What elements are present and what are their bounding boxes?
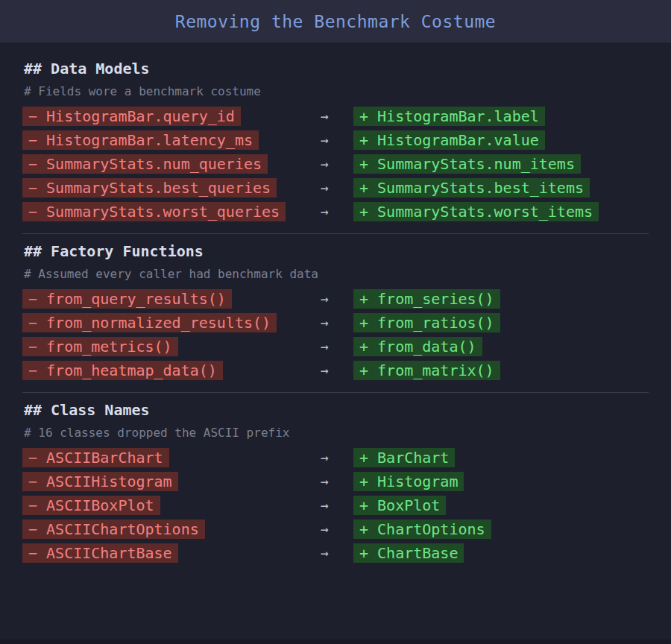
removed-chip: −from_query_results() (22, 289, 232, 309)
removed-chip: −SummaryStats.worst_queries (22, 202, 286, 221)
removed-chip: −from_metrics() (22, 337, 178, 356)
plus-icon: + (359, 520, 368, 538)
plus-icon: + (359, 155, 368, 173)
minus-icon: − (28, 338, 37, 356)
added-chip: +HistogramBar.label (353, 107, 545, 126)
added-chip: +from_matrix() (353, 361, 500, 380)
plus-icon: + (359, 179, 368, 197)
minus-icon: − (28, 449, 37, 467)
old-name: HistogramBar.latency_ms (46, 131, 253, 149)
added-chip: +from_ratios() (353, 313, 500, 332)
rename-row: −ASCIIBoxPlot → +BoxPlot (22, 496, 671, 515)
section-heading: ## Data Models (24, 60, 649, 78)
plus-icon: + (359, 338, 368, 356)
plus-icon: + (359, 131, 368, 149)
new-name: ChartOptions (377, 520, 485, 538)
minus-icon: − (28, 155, 37, 173)
removed-chip: −ASCIIBarChart (22, 448, 169, 467)
arrow-icon: → (321, 520, 329, 539)
arrow-icon: → (321, 448, 329, 467)
old-name: from_heatmap_data() (46, 362, 217, 379)
arrow-icon: → (321, 543, 329, 563)
new-name: from_matrix() (377, 362, 494, 379)
old-name: ASCIIChartBase (46, 544, 172, 562)
rename-row: −ASCIIBarChart → +BarChart (22, 448, 671, 467)
plus-icon: + (359, 314, 368, 332)
new-name: from_data() (377, 338, 476, 356)
plus-icon: + (359, 449, 368, 467)
arrow-icon: → (321, 313, 329, 332)
minus-icon: − (28, 131, 37, 149)
added-chip: +ChartBase (353, 543, 464, 563)
new-name: SummaryStats.worst_items (377, 203, 593, 221)
rename-row: −ASCIIChartBase → +ChartBase (22, 543, 671, 563)
section-heading: ## Class Names (24, 401, 649, 419)
rename-row: −from_metrics() → +from_data() (22, 337, 671, 356)
plus-icon: + (359, 496, 368, 514)
plus-icon: + (359, 544, 368, 562)
added-chip: +HistogramBar.value (353, 130, 545, 150)
rename-row: −SummaryStats.worst_queries → +SummarySt… (22, 202, 671, 221)
section-data-models: ## Data Models # Fields wore a benchmark… (0, 60, 671, 221)
new-name: from_ratios() (377, 314, 494, 332)
removed-chip: −SummaryStats.num_queries (22, 154, 268, 174)
added-chip: +SummaryStats.num_items (353, 154, 581, 174)
minus-icon: − (28, 473, 37, 490)
minus-icon: − (28, 290, 37, 308)
arrow-icon: → (321, 178, 329, 198)
arrow-icon: → (321, 361, 329, 380)
minus-icon: − (28, 544, 37, 562)
removed-chip: −HistogramBar.query_id (22, 107, 241, 126)
section-subtitle: # Fields wore a benchmark costume (24, 84, 649, 99)
section-factory-functions: ## Factory Functions # Assumed every cal… (0, 233, 671, 380)
new-name: SummaryStats.num_items (377, 155, 575, 173)
old-name: SummaryStats.best_queries (46, 179, 271, 197)
plus-icon: + (359, 290, 368, 308)
rename-row: −from_normalized_results() → +from_ratio… (22, 313, 671, 332)
old-name: SummaryStats.worst_queries (46, 203, 280, 221)
old-name: ASCIIBoxPlot (46, 496, 154, 514)
rename-row: −HistogramBar.query_id → +HistogramBar.l… (22, 107, 671, 126)
removed-chip: −ASCIIHistogram (22, 472, 178, 491)
section-subtitle: # 16 classes dropped the ASCII prefix (24, 426, 649, 441)
removed-chip: −ASCIIChartOptions (22, 520, 205, 539)
minus-icon: − (28, 314, 37, 332)
rename-row: −SummaryStats.num_queries → +SummaryStat… (22, 154, 671, 174)
rename-row: −HistogramBar.latency_ms → +HistogramBar… (22, 130, 671, 150)
arrow-icon: → (321, 202, 329, 221)
old-name: from_normalized_results() (46, 314, 271, 332)
minus-icon: − (28, 107, 37, 125)
added-chip: +Histogram (353, 472, 464, 491)
arrow-icon: → (321, 472, 329, 491)
old-name: ASCIIChartOptions (46, 520, 199, 538)
arrow-icon: → (321, 289, 329, 309)
page-title: Removing the Benchmark Costume (175, 12, 496, 31)
rename-rows: −from_query_results() → +from_series() −… (0, 289, 671, 380)
new-name: Histogram (377, 473, 458, 490)
section-subtitle: # Assumed every caller had benchmark dat… (24, 267, 649, 282)
rename-row: −ASCIIChartOptions → +ChartOptions (22, 520, 671, 539)
added-chip: +ChartOptions (353, 520, 491, 539)
section-heading: ## Factory Functions (24, 242, 649, 260)
minus-icon: − (28, 496, 37, 514)
new-name: HistogramBar.label (377, 107, 539, 125)
removed-chip: −ASCIIChartBase (22, 543, 178, 563)
section-class-names: ## Class Names # 16 classes dropped the … (0, 392, 671, 563)
new-name: HistogramBar.value (377, 131, 539, 149)
title-bar: Removing the Benchmark Costume (0, 0, 671, 42)
added-chip: +BoxPlot (353, 496, 446, 515)
bottom-edge (0, 640, 671, 644)
removed-chip: −SummaryStats.best_queries (22, 178, 277, 198)
added-chip: +from_data() (353, 337, 482, 356)
old-name: ASCIIHistogram (46, 473, 172, 490)
minus-icon: − (28, 520, 37, 538)
rename-row: −ASCIIHistogram → +Histogram (22, 472, 671, 491)
old-name: SummaryStats.num_queries (46, 155, 262, 173)
added-chip: +SummaryStats.worst_items (353, 202, 599, 221)
plus-icon: + (359, 473, 368, 490)
old-name: from_query_results() (46, 290, 226, 308)
removed-chip: −from_normalized_results() (22, 313, 277, 332)
removed-chip: −ASCIIBoxPlot (22, 496, 160, 515)
removed-chip: −from_heatmap_data() (22, 361, 223, 380)
plus-icon: + (359, 362, 368, 379)
